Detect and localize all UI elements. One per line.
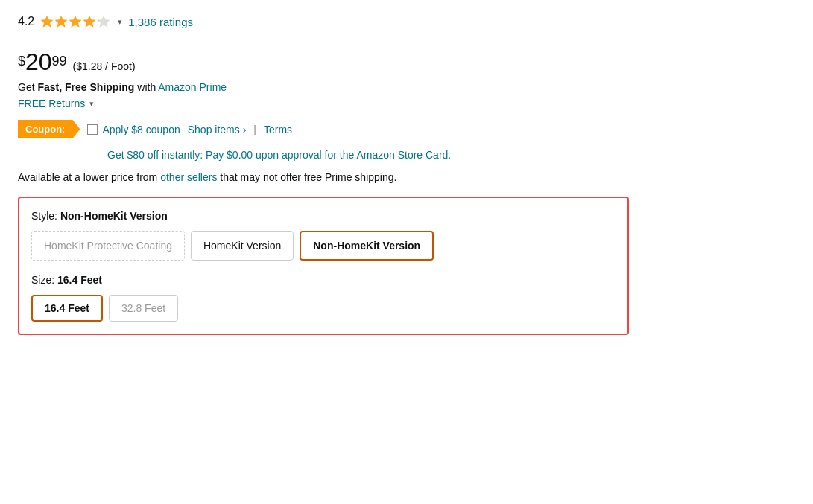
style-label-prefix: Style:	[31, 210, 60, 222]
coupon-apply-label[interactable]: Apply $8 coupon	[102, 124, 180, 135]
store-card-text: Get $80 off instantly: Pay $0.00 upon ap…	[107, 149, 451, 161]
svg-marker-3	[83, 16, 96, 28]
star-2-icon	[54, 15, 68, 28]
price-section: $2099 ($1.28 / Foot)	[18, 50, 795, 74]
rating-dropdown-chevron[interactable]: ▾	[118, 17, 122, 27]
svg-rect-4	[97, 15, 99, 28]
shipping-row: Get Fast, Free Shipping with Amazon Prim…	[18, 81, 795, 93]
price-whole: 20	[25, 48, 52, 75]
style-label: Style: Non-HomeKit Version	[31, 210, 616, 222]
style-option-homekit-version[interactable]: HomeKit Version	[191, 231, 294, 261]
rating-row: 4.2 ▾ 1,386 ratings	[18, 15, 795, 39]
size-option-16-4-feet[interactable]: 16.4 Feet	[31, 295, 103, 322]
price-unit: ($1.28 / Foot)	[73, 60, 136, 72]
star-5-icon	[97, 15, 110, 28]
coupon-terms-link[interactable]: Terms	[264, 124, 292, 135]
svg-marker-2	[69, 16, 82, 28]
style-option-homekit-coating[interactable]: HomeKit Protective Coating	[31, 231, 185, 261]
coupon-separator: |	[253, 124, 256, 135]
other-sellers-link[interactable]: other sellers	[160, 171, 217, 183]
ratings-count-link[interactable]: 1,386 ratings	[128, 16, 193, 28]
shipping-text-after: with	[134, 81, 158, 93]
svg-marker-5	[98, 16, 110, 28]
size-selected-value: 16.4 Feet	[57, 274, 102, 286]
rating-value: 4.2	[18, 15, 34, 28]
free-returns-link[interactable]: FREE Returns	[18, 98, 85, 109]
size-label: Size: 16.4 Feet	[31, 274, 616, 286]
size-option-32-8-feet[interactable]: 32.8 Feet	[109, 295, 178, 322]
other-sellers-text-after: that may not offer free Prime shipping.	[217, 171, 396, 183]
size-label-prefix: Size:	[31, 274, 57, 286]
other-sellers-row: Available at a lower price from other se…	[18, 171, 795, 183]
coupon-checkbox-wrapper: Apply $8 coupon	[87, 124, 180, 135]
amazon-prime-link[interactable]: Amazon Prime	[158, 81, 227, 93]
price-dollar-sign: $	[18, 54, 25, 68]
style-option-non-homekit-version[interactable]: Non-HomeKit Version	[300, 231, 434, 261]
star-3-icon	[69, 15, 82, 28]
svg-marker-0	[41, 16, 54, 28]
coupon-shop-items-link[interactable]: Shop items ›	[188, 124, 247, 135]
style-options: HomeKit Protective Coating HomeKit Versi…	[31, 231, 616, 261]
shipping-text-before: Get	[18, 81, 37, 93]
svg-marker-1	[55, 16, 68, 28]
other-sellers-text-before: Available at a lower price from	[18, 171, 160, 183]
style-selected-value: Non-HomeKit Version	[60, 210, 168, 222]
variant-selection-box: Style: Non-HomeKit Version HomeKit Prote…	[18, 197, 629, 335]
star-4-icon	[83, 15, 96, 28]
free-returns-chevron[interactable]: ▾	[89, 99, 94, 109]
shipping-bold-text: Fast, Free Shipping	[37, 81, 134, 93]
free-returns-row: FREE Returns ▾	[18, 98, 795, 109]
store-card-row: Get $80 off instantly: Pay $0.00 upon ap…	[18, 149, 795, 161]
coupon-checkbox[interactable]	[87, 124, 98, 135]
star-rating	[40, 15, 110, 28]
size-options: 16.4 Feet 32.8 Feet	[31, 295, 616, 322]
coupon-badge: Coupon:	[18, 120, 80, 138]
price-fraction: 99	[52, 54, 67, 68]
coupon-row: Coupon: Apply $8 coupon Shop items › | T…	[18, 120, 795, 138]
star-1-icon	[40, 15, 54, 28]
